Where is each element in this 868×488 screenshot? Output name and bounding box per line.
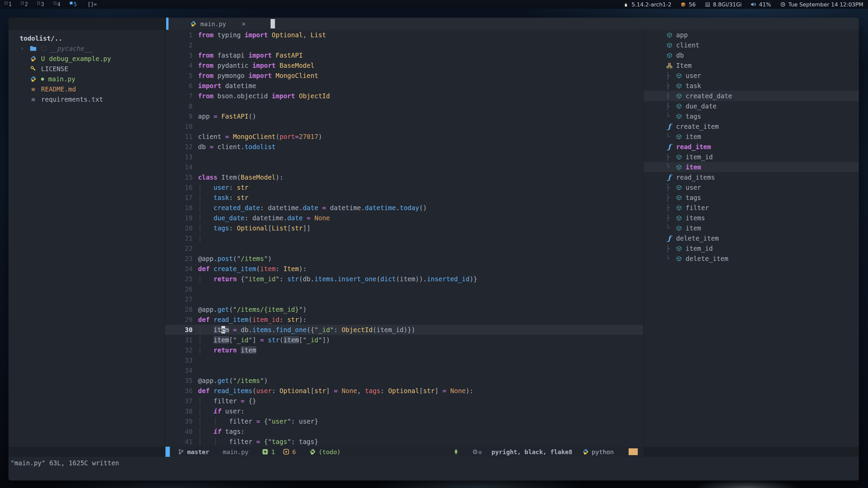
tree-item-license[interactable]: LICENSE: [8, 64, 165, 74]
symbol-read_items[interactable]: ƒread_items: [644, 172, 859, 182]
symbol-item_id[interactable]: ├item_id: [644, 152, 859, 162]
code-line-27[interactable]: 27: [165, 294, 643, 304]
code-line-41[interactable]: 41│ │ filter = {"tags": tags}: [165, 436, 643, 447]
close-icon[interactable]: ×: [242, 20, 246, 28]
code-text: from fastapi import FastAPI: [197, 50, 643, 60]
code-line-23[interactable]: 23@app.post("/items"): [165, 253, 643, 264]
code-text: [197, 152, 643, 162]
system-modules: 5.14.2-arch1-2568.8Gi/31Gi41%Tue Septemb…: [623, 1, 868, 8]
tree-item-readme-md[interactable]: ≡README.md: [8, 84, 165, 94]
symbol-db[interactable]: db: [644, 50, 859, 60]
symbol-item[interactable]: └item: [644, 223, 859, 233]
line-number: 24: [165, 264, 197, 274]
code-text: [197, 40, 643, 50]
code-line-30[interactable]: 30│ item = db.items.find_one({"_id": Obj…: [165, 325, 643, 335]
code-line-15[interactable]: 15class Item(BaseModel):: [165, 172, 643, 182]
cursor-block: e: [221, 326, 225, 333]
symbol-read_item[interactable]: ƒread_item: [644, 142, 859, 152]
code-line-1[interactable]: 1from typing import Optional, List: [165, 30, 643, 40]
workspace-tag-3[interactable]: 3: [33, 0, 49, 9]
cube-icon: [666, 42, 673, 48]
code-line-38[interactable]: 38│ if user:: [165, 406, 643, 416]
code-line-3[interactable]: 3from fastapi import FastAPI: [165, 50, 643, 60]
statusline-filename: main.py: [223, 448, 249, 455]
symbol-tags[interactable]: └tags: [644, 111, 859, 121]
code-line-22[interactable]: 22: [165, 243, 643, 253]
code-line-7[interactable]: 7from bson.objectid import ObjectId: [165, 91, 643, 101]
code-line-10[interactable]: 10: [165, 121, 643, 131]
symbol-delete_item[interactable]: ƒdelete_item: [644, 233, 859, 243]
tree-item-main-py[interactable]: main.py: [8, 74, 165, 84]
filetree-statusline: [8, 447, 165, 457]
line-number: 40: [165, 426, 197, 436]
code-line-24[interactable]: 24def create_item(item: Item):: [165, 264, 643, 274]
symbol-task[interactable]: ├task: [644, 81, 859, 91]
symbol-item_id[interactable]: ├item_id: [644, 243, 859, 253]
code-line-16[interactable]: 16│ user: str: [165, 182, 643, 192]
workspace-tag-2[interactable]: 2: [16, 0, 33, 9]
line-number: 8: [165, 101, 197, 111]
code-line-39[interactable]: 39│ │ filter = {"user": user}: [165, 416, 643, 426]
code-editor[interactable]: 1from typing import Optional, List23from…: [165, 30, 643, 447]
cube-icon: [675, 164, 682, 170]
symbol-Item[interactable]: Item: [644, 60, 859, 70]
code-line-32[interactable]: 32│ return item: [165, 345, 643, 355]
tree-connector: └: [666, 133, 675, 140]
code-line-18[interactable]: 18│ created_date: datetime.date = dateti…: [165, 203, 643, 213]
code-line-28[interactable]: 28@app.get("/items/{item_id}"): [165, 304, 643, 314]
code-line-37[interactable]: 37│ filter = {}: [165, 396, 643, 406]
symbol-user[interactable]: ├user: [644, 182, 859, 192]
code-line-36[interactable]: 36def read_items(user: Optional[str] = N…: [165, 386, 643, 396]
code-text: [197, 355, 643, 365]
workspace-tag-5[interactable]: 5: [65, 0, 81, 9]
code-text: [197, 243, 643, 253]
symbol-app[interactable]: app: [644, 30, 859, 40]
symbol-user[interactable]: ├user: [644, 70, 859, 81]
code-line-4[interactable]: 4from pydantic import BaseModel: [165, 60, 643, 70]
code-line-21[interactable]: 21│: [165, 233, 643, 243]
code-line-20[interactable]: 20│ tags: Optional[List[str]]: [165, 223, 643, 233]
tree-item--pycache-[interactable]: ›__pycache__: [8, 43, 165, 54]
project-root[interactable]: todolist/..: [8, 33, 165, 43]
symbol-delete_item[interactable]: └delete_item: [644, 253, 859, 264]
code-line-33[interactable]: 33: [165, 355, 643, 365]
code-line-35[interactable]: 35@app.get("/items"): [165, 375, 643, 386]
wm-status-bar: 12345 []= 5.14.2-arch1-2568.8Gi/31Gi41%T…: [0, 0, 868, 9]
symbol-due_date[interactable]: ├due_date: [644, 101, 859, 111]
symbol-item[interactable]: └item: [644, 131, 859, 142]
code-line-26[interactable]: 26: [165, 284, 643, 294]
symbol-client[interactable]: client: [644, 40, 859, 50]
code-line-34[interactable]: 34: [165, 365, 643, 375]
code-line-40[interactable]: 40│ if tags:: [165, 426, 643, 436]
symbol-create_item[interactable]: ƒcreate_item: [644, 121, 859, 131]
code-line-9[interactable]: 9app = FastAPI(): [165, 111, 643, 121]
code-text: │ │ filter = {"tags": tags}: [197, 436, 643, 447]
package-icon: [680, 2, 686, 7]
code-line-13[interactable]: 13: [165, 152, 643, 162]
code-line-25[interactable]: 25│ return {"item_id": str(db.items.inse…: [165, 274, 643, 284]
code-line-6[interactable]: 6import datetime: [165, 81, 643, 91]
symbol-items[interactable]: ├items: [644, 213, 859, 223]
tree-item-debug-example-py[interactable]: Udebug_example.py: [8, 54, 165, 64]
tree-item-requirements-txt[interactable]: ≡requirements.txt: [8, 94, 165, 104]
code-line-8[interactable]: 8: [165, 101, 643, 111]
symbol-item[interactable]: └item: [644, 162, 859, 172]
code-line-17[interactable]: 17│ task: str: [165, 192, 643, 203]
code-line-29[interactable]: 29def read_item(item_id: str):: [165, 314, 643, 325]
code-line-11[interactable]: 11client = MongoClient(port=27017): [165, 131, 643, 142]
symbol-label: due_date: [686, 102, 717, 110]
workspace-tag-1[interactable]: 1: [0, 0, 16, 9]
code-line-31[interactable]: 31│ item["_id"] = str(item["_id"]): [165, 335, 643, 345]
symbol-tags[interactable]: ├tags: [644, 192, 859, 203]
code-line-5[interactable]: 5from pymongo import MongoClient: [165, 70, 643, 81]
tab-main-py[interactable]: main.py ×: [169, 18, 271, 30]
symbol-filter[interactable]: ├filter: [644, 203, 859, 213]
cube-icon: [675, 245, 682, 252]
code-line-12[interactable]: 12db = client.todolist: [165, 142, 643, 152]
code-line-14[interactable]: 14: [165, 162, 643, 172]
symbol-created_date[interactable]: ├created_date: [644, 91, 859, 101]
code-line-2[interactable]: 2: [165, 40, 643, 50]
symbol-label: db: [676, 52, 684, 59]
code-line-19[interactable]: 19│ due_date: datetime.date = None: [165, 213, 643, 223]
workspace-tag-4[interactable]: 4: [49, 0, 65, 9]
